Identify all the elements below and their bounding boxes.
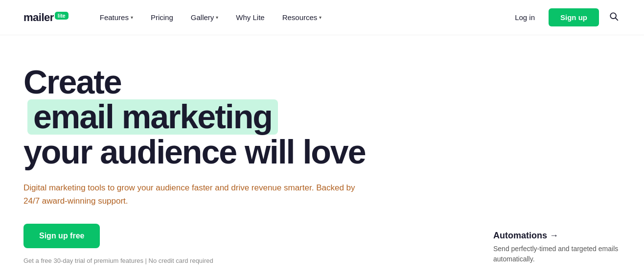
nav-item-pricing-label: Pricing — [151, 13, 173, 22]
hero-heading: Createemail marketing your audience will… — [23, 65, 368, 169]
search-icon[interactable] — [607, 9, 621, 25]
cta-container: Sign up free Get a free 30-day trial of … — [23, 224, 368, 264]
svg-line-1 — [616, 18, 618, 21]
login-button[interactable]: Log in — [509, 9, 541, 25]
cta-signup-button[interactable]: Sign up free — [23, 224, 100, 248]
nav-item-why-lite[interactable]: Why Lite — [228, 9, 272, 25]
hero-heading-highlight: email marketing — [27, 99, 278, 134]
nav-items: Features ▾ Pricing Gallery ▾ Why Lite Re… — [92, 9, 509, 25]
nav-item-features[interactable]: Features ▾ — [92, 9, 141, 25]
hero-section: Createemail marketing your audience will… — [0, 35, 391, 280]
nav-item-resources[interactable]: Resources ▾ — [275, 9, 330, 25]
logo[interactable]: mailer lite — [23, 11, 69, 24]
chevron-down-icon-resources: ▾ — [319, 15, 322, 20]
signup-button[interactable]: Sign up — [549, 8, 599, 26]
feature-card-title: Automations → — [493, 231, 621, 241]
hero-heading-suffix: your audience will love — [23, 133, 365, 170]
nav-item-gallery-label: Gallery — [191, 13, 214, 22]
nav-right: Log in Sign up — [509, 8, 621, 26]
feature-card-description: Send perfectly-timed and targeted emails… — [493, 244, 621, 264]
chevron-down-icon: ▾ — [131, 15, 133, 20]
navbar: mailer lite Features ▾ Pricing Gallery ▾… — [0, 0, 644, 35]
nav-item-why-lite-label: Why Lite — [236, 13, 264, 22]
cta-note: Get a free 30-day trial of premium featu… — [23, 257, 368, 264]
nav-item-gallery[interactable]: Gallery ▾ — [183, 9, 227, 25]
chevron-down-icon-gallery: ▾ — [216, 15, 218, 20]
logo-text: mailer — [23, 11, 54, 24]
page-wrapper: Createemail marketing your audience will… — [0, 35, 644, 280]
hero-heading-prefix: Create — [23, 63, 121, 100]
logo-badge: lite — [55, 12, 69, 20]
nav-item-resources-label: Resources — [282, 13, 318, 22]
feature-card-automations: Automations → Send perfectly-timed and t… — [493, 231, 621, 264]
hero-subtitle: Digital marketing tools to grow your aud… — [23, 181, 356, 208]
nav-item-features-label: Features — [100, 13, 129, 22]
nav-item-pricing[interactable]: Pricing — [143, 9, 181, 25]
